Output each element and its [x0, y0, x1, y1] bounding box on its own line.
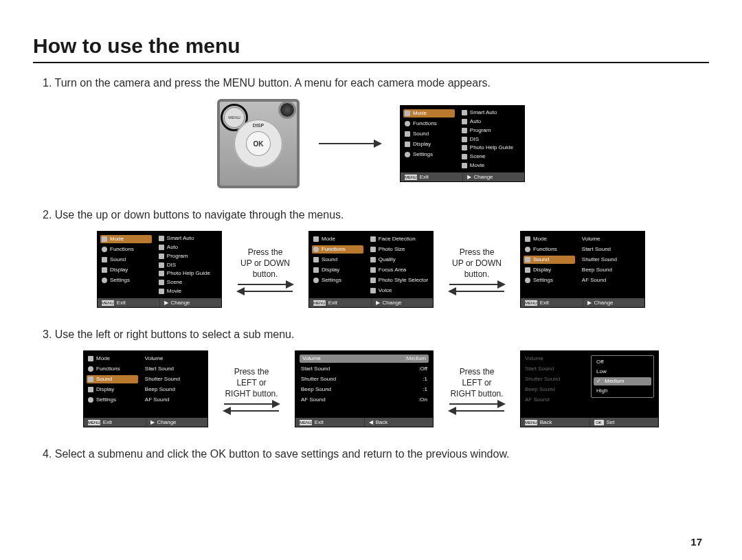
menu-key-icon: MENU — [405, 175, 417, 180]
arrow-left-icon — [224, 410, 279, 412]
arrow-right-icon — [238, 284, 293, 285]
step-3-row: Mode Functions Sound Display Settings Vo… — [33, 350, 709, 427]
step-2-row: Mode Functions Sound Display Settings Sm… — [33, 231, 709, 308]
arrow-updown-1: Press the UP or DOWN button. — [227, 247, 303, 293]
lcd-screen-mode: Mode Functions Sound Display Settings Sm… — [400, 105, 525, 182]
disp-label: DISP — [253, 123, 264, 128]
lens-icon — [280, 103, 294, 117]
arrow-leftright-2: Press the LEFT or RIGHT button. — [439, 366, 515, 412]
arrow-left-icon — [238, 291, 293, 292]
step-3-text: 3. Use the left or right buttons to sele… — [43, 328, 709, 341]
step-4-text: 4. Select a submenu and click the OK but… — [43, 448, 709, 460]
volume-option-box: Off Low Medium High — [591, 355, 654, 398]
nav-left-icon: ◀ — [369, 420, 373, 425]
lcd-screen-sound-submenu: Volume:Medium Start Sound:Off Shutter So… — [295, 350, 434, 427]
ok-key-icon: OK — [594, 420, 604, 425]
arrow-updown-2: Press the UP or DOWN button. — [439, 247, 515, 293]
ok-button: OK — [246, 131, 271, 156]
arrow-left-icon — [449, 410, 504, 412]
title-rule — [33, 62, 709, 63]
arrow-leftright-1: Press the LEFT or RIGHT button. — [214, 366, 289, 412]
arrow-left-icon — [449, 291, 504, 292]
lcd-screen-sound-2: Mode Functions Sound Display Settings Vo… — [83, 350, 208, 427]
camera-remote-illustration: MENU DISP OK — [217, 99, 300, 188]
lcd-screen-volume-options: Volume Start Sound Shutter Sound Beep So… — [520, 350, 659, 427]
nav-right-icon: ▶ — [467, 175, 471, 180]
arrow-right-icon — [319, 143, 381, 144]
page-title: How to use the menu — [33, 34, 709, 58]
step-1-row: MENU DISP OK Mode Functions Sound Displa… — [33, 99, 709, 188]
arrow-right-icon — [224, 403, 279, 405]
step-2-text: 2. Use the up or down buttons to navigat… — [43, 209, 709, 221]
page-number: 17 — [690, 536, 702, 548]
step-1-text: 1. Turn on the camera and press the MENU… — [43, 77, 709, 89]
arrow-right-icon — [449, 403, 504, 405]
lcd-screen-sound: Mode Functions Sound Display Settings Vo… — [520, 231, 645, 308]
lcd-screen-functions: Mode Functions Sound Display Settings Fa… — [308, 231, 434, 308]
menu-item-mode: Mode — [403, 109, 455, 117]
lcd-screen-mode-2: Mode Functions Sound Display Settings Sm… — [97, 231, 222, 308]
arrow-right-icon — [449, 284, 504, 285]
check-icon — [596, 379, 603, 384]
